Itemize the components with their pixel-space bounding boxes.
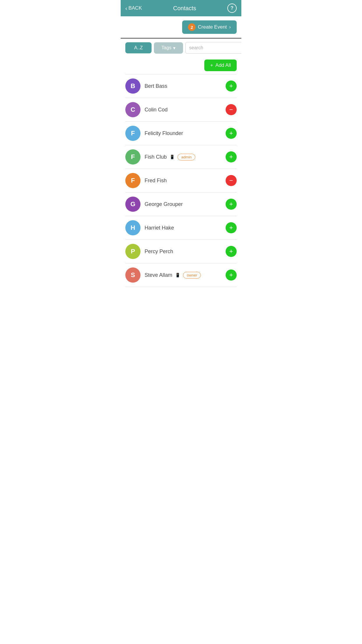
tags-chevron-icon: ▾: [173, 45, 175, 51]
remove-contact-button[interactable]: −: [226, 175, 237, 186]
list-item[interactable]: CColin Cod−: [121, 98, 241, 121]
divider: [125, 287, 237, 287]
add-contact-button[interactable]: +: [226, 199, 237, 210]
contact-info: Fish Club📱admin: [145, 154, 222, 160]
create-event-bar: 2 Create Event ›: [121, 16, 241, 38]
az-sort-label: A..Z: [134, 45, 143, 50]
contact-name: Fred Fish: [145, 178, 167, 184]
list-item[interactable]: GGeorge Grouper+: [121, 192, 241, 216]
filter-row: A..Z Tags ▾: [121, 38, 241, 57]
list-item[interactable]: HHarriet Hake+: [121, 216, 241, 239]
list-item[interactable]: BBert Bass+: [121, 74, 241, 98]
add-contact-button[interactable]: +: [226, 222, 237, 233]
contact-info: Felicity Flounder: [145, 130, 222, 136]
add-all-label: Add All: [215, 62, 231, 68]
phone-icon: 📱: [170, 155, 175, 159]
avatar: C: [125, 102, 140, 117]
contact-name: Fish Club: [145, 154, 167, 160]
list-item[interactable]: FFred Fish−: [121, 169, 241, 192]
contact-info: Percy Perch: [145, 249, 222, 255]
az-sort-button[interactable]: A..Z: [125, 42, 152, 53]
contact-name: Felicity Flounder: [145, 130, 183, 136]
contact-name: George Grouper: [145, 201, 183, 207]
tag-badge: admin: [178, 154, 195, 160]
search-input[interactable]: [185, 42, 241, 54]
avatar: F: [125, 126, 140, 141]
avatar: B: [125, 78, 140, 94]
avatar: H: [125, 220, 140, 235]
contact-info: Bert Bass: [145, 83, 222, 89]
tag-badge: owner: [183, 272, 201, 279]
add-contact-button[interactable]: +: [226, 128, 237, 139]
contact-info: Fred Fish: [145, 178, 222, 184]
contact-info: Harriet Hake: [145, 225, 222, 231]
contact-name: Colin Cod: [145, 107, 168, 113]
list-item[interactable]: PPercy Perch+: [121, 240, 241, 263]
back-label: BACK: [129, 5, 142, 11]
phone-icon: 📱: [175, 273, 180, 277]
header: ‹ BACK Contacts ?: [121, 0, 241, 16]
help-label: ?: [231, 6, 233, 11]
add-contact-button[interactable]: +: [226, 246, 237, 257]
contact-name: Percy Perch: [145, 249, 173, 255]
page-title: Contacts: [142, 5, 227, 12]
remove-contact-button[interactable]: −: [226, 104, 237, 115]
help-button[interactable]: ?: [227, 4, 237, 13]
event-count-badge: 2: [188, 23, 196, 31]
contact-info: George Grouper: [145, 201, 222, 207]
add-all-button[interactable]: + Add All: [204, 60, 237, 71]
add-contact-button[interactable]: +: [226, 270, 237, 281]
back-button[interactable]: ‹ BACK: [125, 5, 142, 12]
create-event-label: Create Event: [198, 24, 227, 30]
back-chevron-icon: ‹: [125, 5, 127, 12]
tags-filter-button[interactable]: Tags ▾: [154, 42, 183, 54]
list-item[interactable]: FFelicity Flounder+: [121, 122, 241, 145]
contact-name: Steve Allam: [145, 272, 172, 278]
list-item[interactable]: FFish Club📱admin+: [121, 145, 241, 169]
avatar: F: [125, 173, 140, 188]
avatar: P: [125, 244, 140, 259]
create-event-button[interactable]: 2 Create Event ›: [182, 20, 237, 34]
add-all-plus-icon: +: [210, 62, 213, 68]
contact-info: Steve Allam📱owner: [145, 272, 222, 279]
contact-list: BBert Bass+CColin Cod−FFelicity Flounder…: [121, 74, 241, 287]
create-event-chevron-icon: ›: [229, 24, 231, 30]
tags-label: Tags: [161, 45, 171, 50]
avatar: G: [125, 197, 140, 212]
contact-info: Colin Cod: [145, 107, 222, 113]
add-contact-button[interactable]: +: [226, 151, 237, 162]
avatar: S: [125, 267, 140, 283]
add-all-row: + Add All: [121, 57, 241, 74]
contact-name: Bert Bass: [145, 83, 167, 89]
avatar: F: [125, 149, 140, 164]
list-item[interactable]: SSteve Allam📱owner+: [121, 263, 241, 287]
contact-name: Harriet Hake: [145, 225, 174, 231]
add-contact-button[interactable]: +: [226, 80, 237, 92]
